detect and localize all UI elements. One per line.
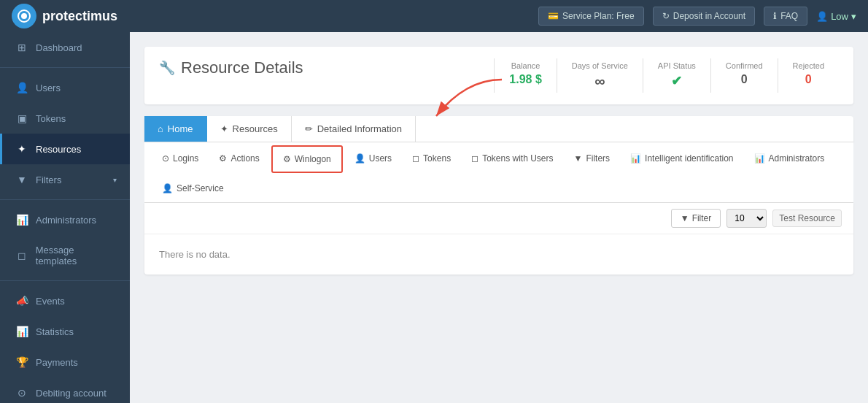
info-icon: ℹ	[773, 11, 777, 21]
sidebar-divider-3	[0, 280, 130, 281]
sidebar-item-statistics[interactable]: 📊 Statistics	[0, 316, 130, 347]
tab-tokens[interactable]: ◻ Tokens	[402, 146, 461, 172]
deposit-button[interactable]: ↻ Deposit in Account	[653, 7, 755, 26]
logo-text: protectimus	[42, 9, 117, 24]
faq-button[interactable]: ℹ FAQ	[764, 7, 807, 26]
sidebar-item-resources[interactable]: ✦ Resources	[0, 134, 130, 164]
service-plan-button[interactable]: 💳 Service Plan: Free	[538, 7, 644, 26]
sidebar-item-dashboard[interactable]: ⊞ Dashboard	[0, 32, 130, 63]
sidebar-item-events[interactable]: 📣 Events	[0, 285, 130, 316]
tab-administrators[interactable]: 📊 Administrators	[744, 146, 835, 172]
days-of-service-stat: Days of Service ∞	[557, 58, 643, 93]
tab-detailed-info[interactable]: ✏ Detailed Information	[292, 116, 416, 142]
debiting-icon: ⊙	[15, 387, 28, 399]
filter-button[interactable]: ▼ Filter	[671, 209, 721, 228]
actions-icon: ⚙	[219, 153, 227, 164]
content-toolbar: ▼ Filter 10 25 50 100 Test Resource	[144, 203, 853, 234]
tokens-users-icon: ◻	[471, 153, 478, 164]
service-plan-icon: 💳	[548, 11, 559, 21]
tab-tokens-with-users[interactable]: ◻ Tokens with Users	[461, 146, 563, 172]
dashboard-icon: ⊞	[15, 42, 28, 53]
sidebar-item-users[interactable]: 👤 Users	[0, 72, 130, 103]
balance-stat: Balance 1.98 $	[494, 58, 556, 93]
tab-resources[interactable]: ✦ Resources	[207, 116, 292, 142]
sidebar-item-debiting-account[interactable]: ⊙ Debiting account	[0, 377, 130, 403]
sidebar: ⊞ Dashboard 👤 Users ▣ Tokens ✦ Resources…	[0, 32, 130, 403]
administrators-tab-icon: 📊	[754, 153, 765, 164]
filter-icon: ▼	[681, 213, 689, 223]
page-size-select[interactable]: 10 25 50 100	[726, 209, 767, 228]
filters-tab-icon: ▼	[574, 153, 583, 164]
breadcrumb-tabs: ⌂ Home ✦ Resources ✏ Detailed Informatio…	[144, 116, 853, 142]
resources-icon: ✦	[15, 143, 28, 155]
rejected-stat: Rejected 0	[778, 58, 839, 93]
user-icon: 👤	[816, 11, 828, 22]
top-navigation: protectimus 💳 Service Plan: Free ↻ Depos…	[0, 0, 868, 32]
tokens-tab-icon: ◻	[412, 153, 419, 164]
tab-home[interactable]: ⌂ Home	[144, 116, 207, 142]
users-icon: 👤	[15, 82, 28, 93]
tab-winlogon[interactable]: ⚙ Winlogon	[271, 145, 343, 173]
message-templates-icon: ◻	[15, 250, 28, 261]
wrench-icon: 🔧	[159, 60, 175, 76]
sidebar-item-administrators[interactable]: 📊 Administrators	[0, 204, 130, 235]
tab-logins[interactable]: ⊙ Logins	[152, 146, 209, 172]
tab-users[interactable]: 👤 Users	[344, 146, 402, 172]
logins-icon: ⊙	[162, 153, 169, 164]
payments-icon: 🏆	[15, 356, 28, 368]
content-area: ▼ Filter 10 25 50 100 Test Resource Ther…	[144, 203, 853, 275]
administrators-icon: 📊	[15, 214, 28, 226]
sidebar-item-payments[interactable]: 🏆 Payments	[0, 347, 130, 377]
home-icon: ⌂	[158, 123, 163, 134]
tokens-icon: ▣	[15, 112, 28, 124]
tabs-section: ⌂ Home ✦ Resources ✏ Detailed Informatio…	[144, 116, 853, 275]
resources-tab-icon: ✦	[220, 123, 228, 134]
winlogon-icon: ⚙	[283, 154, 291, 164]
deposit-icon: ↻	[662, 11, 670, 21]
users-tab-icon: 👤	[354, 153, 365, 164]
tab-intelligent-id[interactable]: 📊 Intelligent identification	[620, 146, 743, 172]
user-menu[interactable]: 👤 Low ▾	[816, 11, 856, 22]
self-service-icon: 👤	[162, 183, 173, 193]
no-data-message: There is no data.	[144, 234, 853, 275]
inner-tabs: ⊙ Logins ⚙ Actions ⚙ Winlogon 👤 Users ◻ …	[144, 142, 853, 203]
sidebar-item-filters[interactable]: ▼ Filters ▾	[0, 164, 130, 195]
filters-icon: ▼	[15, 174, 28, 185]
sidebar-item-tokens[interactable]: ▣ Tokens	[0, 103, 130, 134]
main-content: 🔧 Resource Details Balance 1.98 $ Days o…	[130, 32, 868, 403]
resource-name-label: Test Resource	[772, 210, 842, 227]
page-header: 🔧 Resource Details Balance 1.98 $ Days o…	[144, 47, 853, 104]
edit-icon: ✏	[305, 123, 313, 134]
logo-icon	[12, 4, 36, 28]
confirmed-stat: Confirmed 0	[710, 58, 778, 93]
page-stats: Balance 1.98 $ Days of Service ∞ API Sta…	[494, 58, 839, 93]
logo: protectimus	[12, 4, 538, 28]
tab-self-service[interactable]: 👤 Self-Service	[152, 176, 234, 202]
intelligent-id-icon: 📊	[630, 153, 641, 164]
topnav-actions: 💳 Service Plan: Free ↻ Deposit in Accoun…	[538, 7, 856, 26]
filters-expand-icon: ▾	[113, 176, 117, 184]
statistics-icon: 📊	[15, 326, 28, 337]
svg-point-1	[21, 13, 27, 19]
sidebar-item-message-templates[interactable]: ◻ Message templates	[0, 235, 130, 276]
sidebar-divider	[0, 67, 130, 68]
events-icon: 📣	[15, 295, 28, 307]
sidebar-divider-2	[0, 199, 130, 200]
page-title: 🔧 Resource Details	[159, 58, 303, 77]
tab-actions[interactable]: ⚙ Actions	[209, 146, 269, 172]
chevron-down-icon: ▾	[851, 11, 856, 22]
tab-filters[interactable]: ▼ Filters	[564, 146, 621, 172]
api-status-stat: API Status ✔	[643, 58, 710, 93]
